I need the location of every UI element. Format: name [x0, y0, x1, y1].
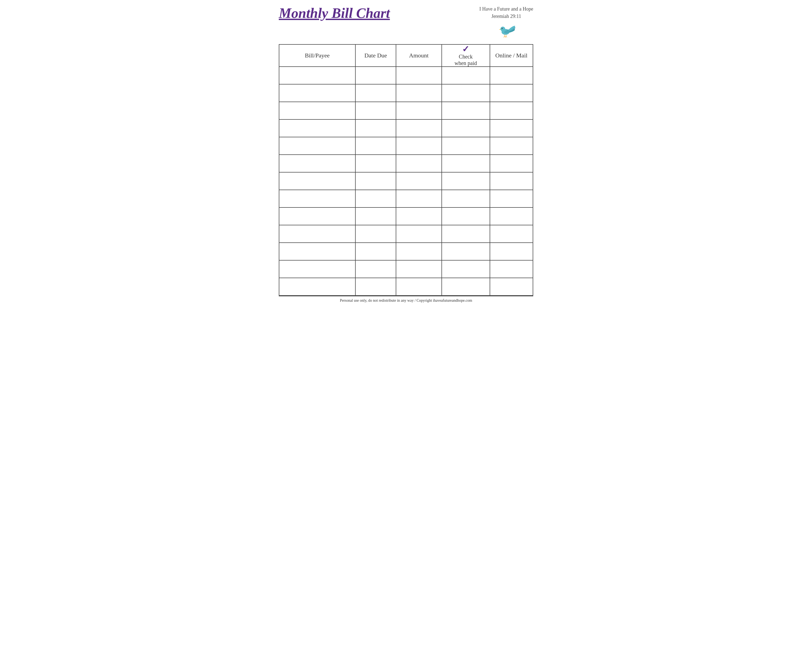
col-header-bill: Bill/Payee	[279, 45, 356, 67]
header-right: I Have a Future and a Hope Jeremiah 29:1…	[479, 5, 533, 39]
table-cell	[396, 260, 442, 278]
table-cell	[442, 102, 490, 119]
table-cell	[279, 260, 356, 278]
table-cell	[490, 84, 533, 102]
table-cell	[279, 119, 356, 137]
table-cell	[396, 67, 442, 84]
table-cell	[279, 172, 356, 190]
table-cell	[442, 67, 490, 84]
table-row	[279, 243, 533, 260]
table-row	[279, 67, 533, 84]
table-cell	[356, 119, 396, 137]
table-cell	[356, 102, 396, 119]
table-cell	[396, 102, 442, 119]
table-cell	[356, 154, 396, 172]
table-row	[279, 225, 533, 243]
page-title: Monthly Bill Chart	[279, 5, 390, 21]
table-cell	[356, 137, 396, 154]
table-header-row: Bill/Payee Date Due Amount ✓ Check	[279, 45, 533, 67]
table-cell	[396, 190, 442, 208]
page: Monthly Bill Chart I Have a Future and a…	[271, 0, 541, 307]
table-cell	[490, 172, 533, 190]
table-cell	[356, 260, 396, 278]
table-cell	[356, 243, 396, 260]
table-cell	[356, 225, 396, 243]
table-cell	[490, 119, 533, 137]
table-cell	[442, 243, 490, 260]
table-cell	[356, 67, 396, 84]
svg-marker-8	[499, 29, 500, 30]
svg-line-10	[504, 36, 505, 37]
table-cell	[490, 190, 533, 208]
header: Monthly Bill Chart I Have a Future and a…	[279, 5, 533, 40]
table-cell	[279, 243, 356, 260]
table-cell	[279, 84, 356, 102]
col-header-check: ✓ Check when paid	[442, 45, 490, 67]
table-cell	[279, 102, 356, 119]
table-cell	[442, 278, 490, 295]
table-cell	[442, 208, 490, 225]
bill-chart-table: Bill/Payee Date Due Amount ✓ Check	[279, 44, 533, 296]
table-cell	[490, 67, 533, 84]
table-cell	[396, 137, 442, 154]
table-cell	[396, 278, 442, 295]
table-row	[279, 154, 533, 172]
svg-point-1	[501, 26, 505, 31]
table-cell	[490, 243, 533, 260]
table-row	[279, 172, 533, 190]
col-header-date: Date Due	[356, 45, 396, 67]
table-cell	[442, 172, 490, 190]
table-cell	[279, 190, 356, 208]
table-cell	[279, 67, 356, 84]
footer: Personal use only, do not redistribute i…	[279, 296, 533, 305]
table-cell	[279, 278, 356, 295]
table-cell	[356, 190, 396, 208]
table-cell	[396, 119, 442, 137]
table-row	[279, 278, 533, 295]
table-row	[279, 119, 533, 137]
table-cell	[442, 154, 490, 172]
table-cell	[396, 154, 442, 172]
table-cell	[396, 208, 442, 225]
table-cell	[396, 172, 442, 190]
col-header-online: Online / Mail	[490, 45, 533, 67]
table-row	[279, 260, 533, 278]
table-cell	[356, 278, 396, 295]
col-header-amount: Amount	[396, 45, 442, 67]
table-cell	[279, 225, 356, 243]
table-cell	[356, 208, 396, 225]
table-cell	[490, 137, 533, 154]
bird-illustration	[496, 21, 517, 39]
table-cell	[442, 119, 490, 137]
table-row	[279, 137, 533, 154]
table-cell	[396, 84, 442, 102]
table-cell	[279, 208, 356, 225]
svg-point-6	[502, 28, 503, 29]
subtitle: I Have a Future and a Hope Jeremiah 29:1…	[479, 5, 533, 20]
svg-line-14	[506, 36, 507, 37]
table-cell	[442, 260, 490, 278]
table-cell	[356, 172, 396, 190]
table-cell	[396, 243, 442, 260]
table-row	[279, 84, 533, 102]
table-cell	[490, 225, 533, 243]
table-cell	[442, 84, 490, 102]
table-row	[279, 208, 533, 225]
table-cell	[356, 84, 396, 102]
table-cell	[279, 137, 356, 154]
table-cell	[490, 208, 533, 225]
table-row	[279, 102, 533, 119]
table-cell	[279, 154, 356, 172]
table-cell	[442, 225, 490, 243]
table-cell	[396, 225, 442, 243]
table-cell	[442, 190, 490, 208]
table-cell	[490, 154, 533, 172]
table-cell	[442, 137, 490, 154]
table-cell	[490, 278, 533, 295]
table-row	[279, 190, 533, 208]
table-cell	[490, 260, 533, 278]
table-cell	[490, 102, 533, 119]
